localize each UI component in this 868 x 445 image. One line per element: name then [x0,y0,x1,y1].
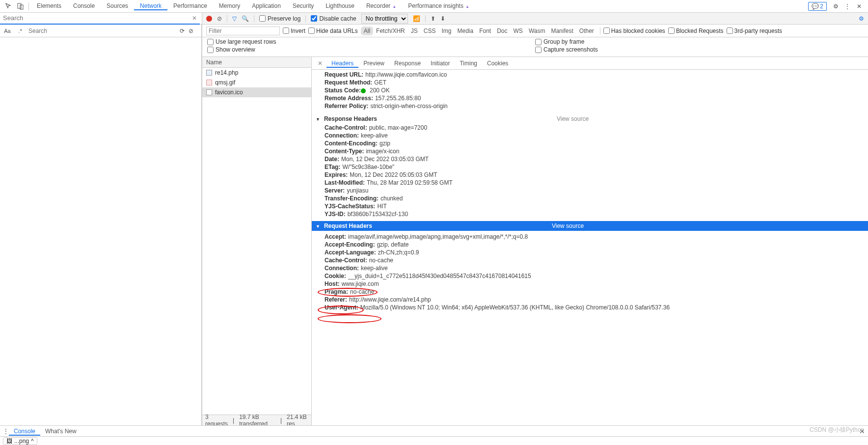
header-row: YJS-ID:bf3860b7153432cf-130 [316,210,864,218]
gear-icon[interactable]: ⚙ [830,0,841,12]
hide-data-urls-checkbox[interactable]: Hide data URLs [308,28,358,34]
type-pill-img[interactable]: Img [438,27,454,35]
type-pill-manifest[interactable]: Manifest [548,27,576,35]
invert-checkbox[interactable]: Invert [283,28,305,34]
show-overview-checkbox[interactable]: Show overview [207,46,535,53]
detail-tab-headers[interactable]: Headers [326,60,358,68]
top-tab-performance[interactable]: Performance [167,2,213,9]
download-chip[interactable]: 🖼...png^ [3,437,37,445]
detail-tab-preview[interactable]: Preview [358,60,389,67]
file-icon [206,80,212,85]
view-source-link[interactable]: View source [557,115,589,122]
user-agent-highlight [318,314,381,323]
request-row[interactable]: re14.php [202,68,311,78]
record-icon[interactable] [206,16,212,22]
header-row: Content-Encoding:gzip [316,139,864,147]
chat-icon: 💬 [812,3,819,10]
filter-input[interactable] [206,27,280,35]
type-pill-css[interactable]: CSS [421,27,439,35]
type-pill-js[interactable]: JS [408,27,421,35]
top-tab-elements[interactable]: Elements [31,2,67,9]
network-filter-row: Invert Hide data URLs AllFetch/XHRJSCSSI… [202,25,868,37]
upload-icon[interactable]: ⬆ [431,15,435,22]
elements-search-input[interactable] [3,14,197,22]
header-row: Cache-Control:public, max-age=7200 [316,124,864,132]
detail-tab-timing[interactable]: Timing [455,60,482,67]
header-row: Connection:keep-alive [316,132,864,139]
clear-icon[interactable]: ⊘ [217,15,222,22]
detail-pane: ✕ HeadersPreviewResponseInitiatorTimingC… [312,57,868,425]
header-row: User-Agent:Mozilla/5.0 (Windows NT 10.0;… [316,304,864,311]
type-pill-fetch-xhr[interactable]: Fetch/XHR [373,27,408,35]
capture-screenshots-checkbox[interactable]: Capture screenshots [535,46,863,53]
header-row: YJS-CacheStatus:HIT [316,202,864,210]
filter-icon[interactable]: ▽ [232,15,237,22]
type-pill-media[interactable]: Media [454,27,476,35]
top-tab-memory[interactable]: Memory [213,2,246,9]
type-pill-font[interactable]: Font [476,27,494,35]
disable-cache-checkbox[interactable]: Disable cache [311,15,356,22]
top-tab-sources[interactable]: Sources [101,2,134,9]
header-row: Cache-Control:no-cache [316,256,864,264]
header-row: Status Code:200 OK [316,86,864,94]
type-pill-doc[interactable]: Doc [494,27,510,35]
detail-tab-response[interactable]: Response [389,60,426,67]
top-tab-network[interactable]: Network [134,2,167,10]
svg-rect-1 [20,5,23,9]
blocked-cookies-checkbox[interactable]: Has blocked cookies [603,28,665,34]
top-tab-security[interactable]: Security [287,2,320,9]
request-list-pane: Name re14.phpqmsj.giffavicon.ico 3 reque… [202,57,312,425]
clear-icon[interactable]: ✕ [192,15,197,22]
third-party-checkbox[interactable]: 3rd-party requests [727,28,782,34]
chevron-up-icon: ^ [31,438,34,445]
detail-tab-cookies[interactable]: Cookies [482,60,513,67]
response-headers-toggle[interactable]: Response HeadersView source [316,114,864,124]
request-headers-toggle[interactable]: Request HeadersView source [312,221,868,231]
close-icon[interactable]: ✕ [853,0,865,12]
wifi-icon[interactable]: 📶 [413,15,420,22]
general-section: Request URL:http://www.jiqie.com/favicon… [312,70,868,113]
type-pill-ws[interactable]: WS [511,27,526,35]
kebab-icon[interactable]: ⋮ [841,0,853,12]
type-pill-wasm[interactable]: Wasm [526,27,548,35]
type-pill-all[interactable]: All [361,27,373,35]
request-row[interactable]: qmsj.gif [202,78,311,87]
drawer-tab-console[interactable]: Console [9,428,40,436]
inspect-icon[interactable] [3,0,15,12]
view-source-link[interactable]: View source [552,222,584,229]
detail-tab-initiator[interactable]: Initiator [426,60,455,67]
header-row: Pragma:no-cache [316,288,864,296]
network-toolbar: ⊘ ▽ 🔍 Preserve log Disable cache No thro… [202,13,868,25]
top-tab-performance-insights[interactable]: Performance insights [402,2,475,9]
devtools-top-tabs: ElementsConsoleSourcesNetworkPerformance… [0,0,868,13]
top-tab-recorder[interactable]: Recorder [360,2,402,9]
header-row: Accept-Language:zh-CN,zh;q=0.9 [316,249,864,256]
drawer: ⋮ ConsoleWhat's New ✕ [0,425,868,436]
header-row: Request URL:http://www.jiqie.com/favicon… [316,71,864,79]
large-rows-checkbox[interactable]: Use large request rows [207,38,535,45]
search-icon[interactable]: 🔍 [242,15,249,22]
top-tab-application[interactable]: Application [246,2,287,9]
download-bar: 🖼...png^ [0,436,868,445]
drawer-menu-icon[interactable]: ⋮ [3,428,9,435]
detail-tabs: ✕ HeadersPreviewResponseInitiatorTimingC… [312,57,868,70]
header-row: Transfer-Encoding:chunked [316,195,864,202]
request-row[interactable]: favicon.ico [202,87,311,97]
net-gear-icon[interactable]: ⚙ [859,15,864,22]
file-icon [206,89,212,95]
request-list-header[interactable]: Name [202,57,311,68]
top-tab-lighthouse[interactable]: Lighthouse [320,2,360,9]
header-row: Connection:keep-alive [316,264,864,272]
download-icon[interactable]: ⬇ [440,15,445,22]
throttling-select[interactable]: No throttling [361,14,408,24]
image-icon: 🖼 [6,438,12,445]
top-tab-console[interactable]: Console [67,2,101,9]
blocked-requests-checkbox[interactable]: Blocked Requests [668,28,724,34]
drawer-tab-what-s-new[interactable]: What's New [40,428,81,435]
close-detail-icon[interactable]: ✕ [315,60,326,67]
issues-badge[interactable]: 💬2 [808,2,827,11]
device-icon[interactable] [15,0,27,12]
type-pill-other[interactable]: Other [576,27,597,35]
preserve-log-checkbox[interactable]: Preserve log [259,15,300,22]
group-frame-checkbox[interactable]: Group by frame [535,38,863,45]
